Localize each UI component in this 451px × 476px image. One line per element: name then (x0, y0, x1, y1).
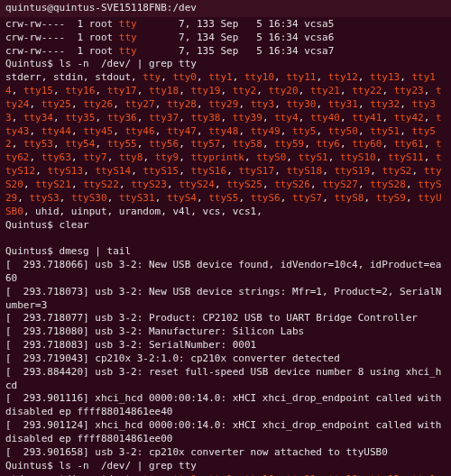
window-titlebar: quintus@quintus-SVE15118FNB:/dev (0, 0, 451, 17)
terminal[interactable]: quintus@quintus-SVE15118FNB:/devcrw-rw--… (0, 0, 451, 476)
